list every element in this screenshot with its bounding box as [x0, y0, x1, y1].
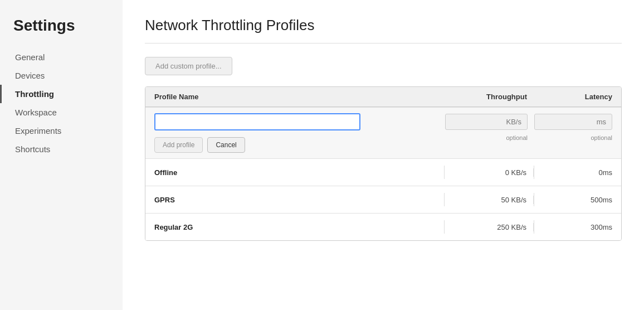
profile-name-gprs: GPRS	[154, 196, 444, 204]
sidebar-item-workspace[interactable]: Workspace	[0, 103, 123, 122]
profile-name-regular2g: Regular 2G	[154, 223, 444, 231]
profile-name-offline: Offline	[154, 168, 444, 177]
sidebar-item-devices[interactable]: Devices	[0, 66, 123, 85]
col-latency: Latency	[534, 93, 612, 101]
throughput-gprs: 50 KB/s	[445, 196, 534, 204]
table-row: Offline 0 KB/s 0ms	[145, 158, 621, 186]
latency-input-cell	[534, 114, 612, 130]
input-fields	[154, 113, 612, 130]
latency-input[interactable]	[534, 114, 612, 130]
throughput-regular2g: 250 KB/s	[445, 223, 534, 231]
sidebar-item-experiments[interactable]: Experiments	[0, 122, 123, 140]
throughput-optional-label: optional	[445, 134, 534, 153]
latency-offline: 0ms	[534, 168, 612, 177]
profile-name-input-cell	[154, 113, 445, 130]
optional-row: Add profile Cancel optional optional	[154, 133, 612, 153]
cancel-button[interactable]: Cancel	[207, 137, 245, 153]
input-row: Add profile Cancel optional optional	[145, 107, 621, 158]
add-profile-button[interactable]: Add profile	[154, 137, 203, 153]
throughput-input[interactable]	[445, 114, 528, 130]
page-title: Network Throttling Profiles	[145, 17, 622, 34]
latency-optional-label: optional	[534, 134, 612, 153]
add-custom-profile-button[interactable]: Add custom profile...	[145, 57, 232, 75]
optional-spacer: Add profile Cancel	[154, 133, 445, 153]
throughput-offline: 0 KB/s	[445, 168, 534, 177]
sidebar-item-general[interactable]: General	[0, 48, 123, 66]
table-row: GPRS 50 KB/s 500ms	[145, 186, 621, 213]
latency-regular2g: 300ms	[534, 223, 612, 231]
sidebar-title: Settings	[0, 17, 123, 48]
col-throughput: Throughput	[445, 93, 534, 101]
latency-gprs: 500ms	[534, 196, 612, 204]
profile-name-input[interactable]	[154, 113, 360, 130]
throughput-input-cell	[445, 114, 534, 130]
table-header: Profile Name Throughput Latency	[145, 87, 621, 107]
table-row: Regular 2G 250 KB/s 300ms	[145, 213, 621, 240]
sidebar-item-shortcuts[interactable]: Shortcuts	[0, 140, 123, 158]
main-content: Network Throttling Profiles Add custom p…	[123, 0, 644, 310]
sidebar-item-throttling[interactable]: Throttling	[0, 85, 123, 103]
action-buttons: Add profile Cancel	[154, 137, 445, 153]
divider	[145, 43, 622, 43]
col-profile-name: Profile Name	[154, 93, 444, 101]
profiles-table: Profile Name Throughput Latency	[145, 86, 622, 241]
sidebar: Settings General Devices Throttling Work…	[0, 0, 123, 310]
